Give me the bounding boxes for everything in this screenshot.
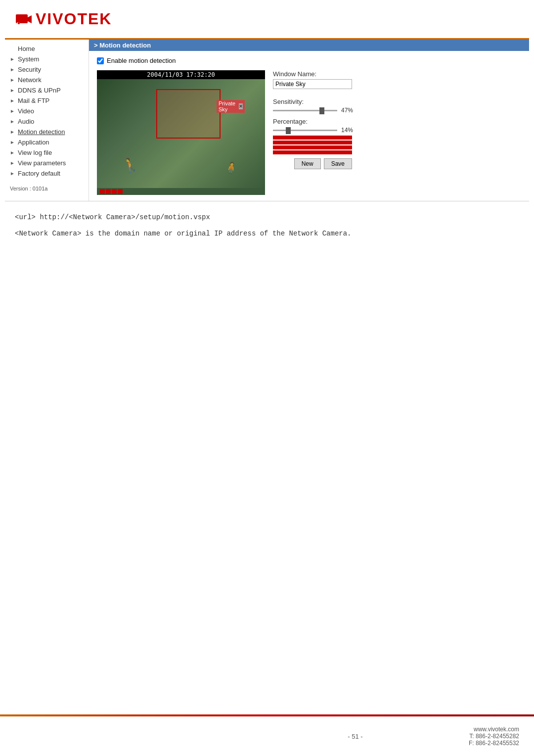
sidebar-item-home[interactable]: Home (5, 44, 89, 54)
sidebar-label-viewparams: View parameters (18, 159, 66, 167)
sidebar-label-video: Video (18, 107, 34, 115)
figure-1-icon: 🚶 (120, 155, 140, 175)
factory-arrow-icon: ► (9, 170, 16, 177)
application-arrow-icon: ► (9, 139, 16, 146)
content-area: > Motion detection Enable motion detecti… (89, 40, 529, 201)
sidebar-label-application: Application (18, 139, 49, 146)
sidebar-item-application[interactable]: ► Application (5, 137, 89, 147)
sensitivity-value: 47% (341, 107, 353, 114)
sensitivity-label: Sensitivity: (273, 98, 521, 105)
indicator-bar-2 (273, 141, 352, 144)
sensitivity-slider-track[interactable] (273, 110, 337, 111)
sidebar-item-ddns[interactable]: ► DDNS & UPnP (5, 85, 89, 95)
color-bars-area (97, 188, 265, 195)
camera-preview: 2004/11/03 17:32:20 Private Sky ✕ 🚶 🧍 (97, 70, 265, 195)
audio-arrow-icon: ► (9, 118, 16, 125)
description-line2: <Network Camera> is the domain name or o… (15, 228, 519, 240)
save-button[interactable]: Save (324, 158, 352, 169)
sidebar-item-audio[interactable]: ► Audio (5, 116, 89, 127)
sidebar-label-ddns: DDNS & UPnP (18, 87, 61, 94)
sidebar-item-viewlog[interactable]: ► View log file (5, 147, 89, 158)
ddns-arrow-icon: ► (9, 87, 16, 94)
svg-point-3 (18, 22, 20, 24)
enable-motion-checkbox[interactable] (97, 57, 104, 64)
window-name-input[interactable] (273, 79, 352, 89)
sidebar-label-network: Network (18, 76, 42, 84)
sidebar-label-home: Home (18, 45, 35, 52)
indicator-bars (273, 136, 521, 154)
sidebar-item-system[interactable]: ► System (5, 54, 89, 64)
sidebar-label-mail: Mail & FTP (18, 97, 49, 104)
sidebar-item-viewparams[interactable]: ► View parameters (5, 158, 89, 168)
enable-row: Enable motion detection (97, 57, 521, 64)
viewparams-arrow-icon: ► (9, 160, 16, 167)
version-area: Version : 0101a (5, 179, 89, 194)
percentage-slider-track[interactable] (273, 130, 337, 131)
window-name-label: Window Name: (273, 70, 521, 78)
viewlog-arrow-icon: ► (9, 149, 16, 156)
version-label: Version : 0101a (10, 186, 47, 191)
color-bar-red3 (112, 189, 117, 194)
sidebar-item-security[interactable]: ► Security (5, 64, 89, 75)
mail-arrow-icon: ► (9, 97, 16, 104)
sidebar-item-factory[interactable]: ► Factory default (5, 168, 89, 179)
system-arrow-icon: ► (9, 56, 16, 63)
motion-label-text: Private Sky (219, 100, 237, 112)
indicator-bar-1 (273, 136, 352, 140)
svg-marker-1 (28, 15, 32, 23)
footer-website: www.vivotek.com (469, 726, 519, 733)
motion-label: Private Sky ✕ (217, 100, 245, 113)
color-bar-red (100, 189, 105, 194)
percentage-value: 14% (341, 127, 353, 134)
footer-phone: T: 886-2-82455282 (469, 733, 519, 740)
button-row: New Save (273, 158, 352, 169)
content-body: Enable motion detection 2004/11/03 17:32… (89, 51, 529, 201)
motion-detection-box[interactable]: Private Sky ✕ (156, 89, 221, 139)
network-arrow-icon: ► (9, 77, 16, 84)
color-bar-red4 (118, 189, 123, 194)
camera-image: Private Sky ✕ 🚶 🧍 (97, 79, 265, 188)
sensitivity-slider-row: 47% (273, 107, 521, 114)
new-button[interactable]: New (294, 158, 321, 169)
footer-page: - 51 - (242, 733, 469, 740)
main-wrapper: Home ► System ► Security ► Network ► DDN… (5, 38, 529, 201)
video-arrow-icon: ► (9, 108, 16, 115)
sidebar: Home ► System ► Security ► Network ► DDN… (5, 40, 89, 201)
sidebar-item-video[interactable]: ► Video (5, 106, 89, 116)
sidebar-label-audio: Audio (18, 118, 34, 125)
sidebar-label-system: System (18, 55, 39, 63)
vivotek-logo-icon (15, 10, 33, 28)
content-header-title: > Motion detection (94, 42, 151, 49)
motion-close-icon[interactable]: ✕ (239, 103, 243, 109)
camera-timestamp: 2004/11/03 17:32:20 (97, 70, 265, 79)
logo: VIVOTEK (15, 10, 519, 28)
indicator-bar-4 (273, 150, 352, 154)
sidebar-label-motion: Motion detection (18, 128, 65, 136)
footer-contact: www.vivotek.com T: 886-2-82455282 F: 886… (469, 726, 519, 747)
enable-motion-label[interactable]: Enable motion detection (107, 57, 176, 64)
sidebar-label-factory: Factory default (18, 170, 60, 177)
indicator-bar-3 (273, 145, 352, 149)
home-spacer-icon (9, 46, 16, 52)
security-arrow-icon: ► (9, 66, 16, 73)
footer-fax: F: 886-2-82455532 (469, 740, 519, 747)
sidebar-label-viewlog: View log file (18, 149, 52, 156)
percentage-slider-row: 14% (273, 127, 521, 134)
percentage-label: Percentage: (273, 118, 521, 125)
logo-area: VIVOTEK (0, 0, 534, 38)
figure-2-icon: 🧍 (223, 160, 239, 175)
content-header: > Motion detection (89, 40, 529, 51)
percentage-slider-thumb[interactable] (286, 127, 291, 134)
color-bar-red2 (106, 189, 111, 194)
sidebar-item-network[interactable]: ► Network (5, 75, 89, 85)
logo-text: VIVOTEK (36, 10, 112, 28)
sidebar-item-mail[interactable]: ► Mail & FTP (5, 95, 89, 106)
description-line1: <url> http://<Network Camera>/setup/moti… (15, 211, 519, 224)
sidebar-item-motion[interactable]: ► Motion detection (5, 127, 89, 137)
motion-arrow-icon: ► (9, 129, 16, 136)
footer: - 51 - www.vivotek.com T: 886-2-82455282… (0, 716, 534, 756)
right-panel: Window Name: Sensitivity: 47% Percentage… (273, 70, 521, 195)
camera-controls: 2004/11/03 17:32:20 Private Sky ✕ 🚶 🧍 (97, 70, 521, 195)
sensitivity-slider-thumb[interactable] (319, 107, 324, 114)
svg-rect-0 (16, 14, 28, 23)
